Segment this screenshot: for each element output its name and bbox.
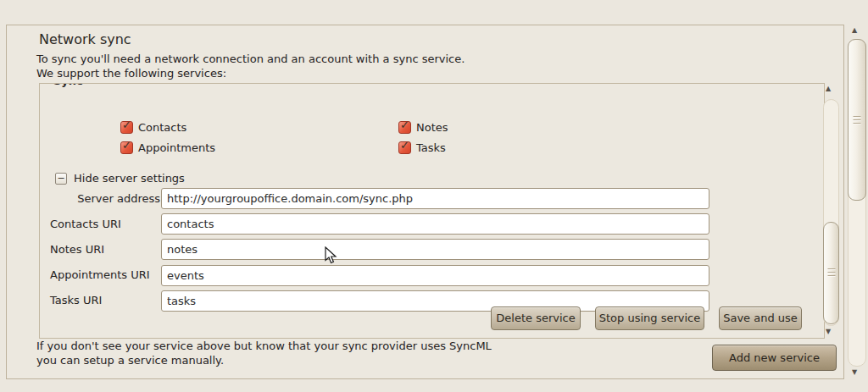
mouse-cursor xyxy=(325,246,338,265)
network-sync-panel: Network sync To sync you'll need a netwo… xyxy=(6,25,844,379)
notes-checkbox-label: Notes xyxy=(416,121,448,134)
sync-section: Sync ✓ Contacts ✓ Notes ✓ Appointments ✓… xyxy=(39,83,825,339)
stop-using-service-button[interactable]: Stop using service xyxy=(595,306,704,330)
scrollbar-grip xyxy=(827,268,835,278)
expander-label: Hide server settings xyxy=(74,172,185,185)
contacts-checkbox[interactable]: ✓ xyxy=(120,121,133,134)
check-icon: ✓ xyxy=(122,119,131,131)
footer-line-1: If you don't see your service above but … xyxy=(36,340,492,352)
contacts-uri-input[interactable] xyxy=(161,213,709,235)
server-address-input[interactable] xyxy=(161,188,709,209)
contacts-uri-label: Contacts URI xyxy=(50,218,160,230)
inner-scrollbar-thumb[interactable] xyxy=(823,222,839,324)
tasks-checkbox-label: Tasks xyxy=(416,141,446,154)
notes-uri-label: Notes URI xyxy=(50,243,160,256)
outer-scroll-up-icon[interactable]: ▲ xyxy=(852,27,857,34)
footer-line-2: you can setup a service manually. xyxy=(36,354,224,367)
check-icon: ✓ xyxy=(400,119,409,131)
appointments-checkbox-label: Appointments xyxy=(138,141,215,154)
contacts-checkbox-label: Contacts xyxy=(138,121,186,134)
description-line-1: To sync you'll need a network connection… xyxy=(36,52,465,65)
outer-scrollbar-thumb[interactable] xyxy=(848,39,866,201)
collapse-icon[interactable]: − xyxy=(55,173,67,185)
add-new-service-button[interactable]: Add new service xyxy=(712,345,837,371)
network-sync-screen: Network sync To sync you'll need a netwo… xyxy=(0,0,868,392)
server-settings-expander[interactable]: − Hide server settings xyxy=(55,172,185,185)
notes-uri-input[interactable] xyxy=(161,239,709,260)
server-address-label: Server address xyxy=(50,192,160,205)
page-title: Network sync xyxy=(39,31,131,47)
appointments-uri-input[interactable] xyxy=(161,265,709,286)
delete-service-button[interactable]: Delete service xyxy=(491,306,581,330)
scrollbar-grip xyxy=(854,116,861,125)
notes-check-item: ✓ Notes xyxy=(398,121,448,134)
tasks-checkbox[interactable]: ✓ xyxy=(398,141,411,154)
contacts-check-item: ✓ Contacts xyxy=(120,121,186,134)
sync-legend: Sync xyxy=(53,83,104,90)
description-line-2: We support the following services: xyxy=(36,67,226,80)
appointments-checkbox[interactable]: ✓ xyxy=(120,141,133,154)
save-and-use-button[interactable]: Save and use xyxy=(719,306,802,330)
tasks-check-item: ✓ Tasks xyxy=(398,141,446,154)
check-icon: ✓ xyxy=(122,139,131,152)
tasks-uri-label: Tasks URI xyxy=(50,294,160,306)
appointments-uri-label: Appointments URI xyxy=(50,268,160,281)
inner-scroll-up-icon[interactable]: ▲ xyxy=(826,86,831,92)
check-icon: ✓ xyxy=(400,139,409,152)
notes-checkbox[interactable]: ✓ xyxy=(398,121,411,134)
outer-scroll-down-icon[interactable]: ▼ xyxy=(852,369,857,376)
appointments-check-item: ✓ Appointments xyxy=(120,141,215,154)
inner-scroll-down-icon[interactable]: ▼ xyxy=(826,329,831,335)
